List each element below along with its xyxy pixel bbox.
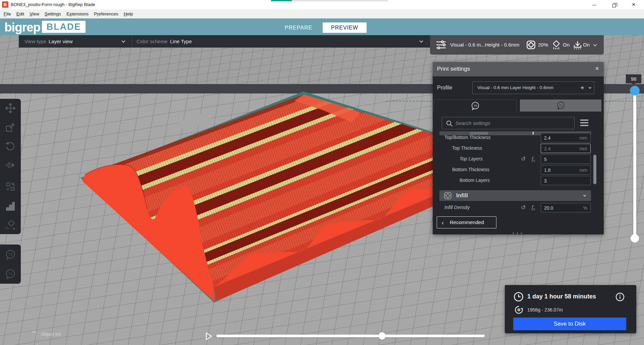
print-settings-panel: Print settings × Profile Visual - 0.6 mm… bbox=[433, 62, 604, 234]
search-input[interactable] bbox=[455, 118, 570, 129]
extruder-t0-label: T0 bbox=[8, 253, 13, 257]
path-slider-track[interactable] bbox=[216, 335, 485, 337]
path-slider-handle[interactable] bbox=[378, 332, 386, 340]
toolbar-divider bbox=[132, 35, 132, 48]
tool-sidebar bbox=[0, 99, 21, 234]
menu-view[interactable]: View bbox=[27, 9, 42, 18]
settings-scrollbar[interactable] bbox=[593, 155, 596, 184]
rotate-icon bbox=[5, 141, 15, 151]
setting-row-bottom-layers: Bottom Layers 3 bbox=[433, 175, 598, 186]
menu-edit[interactable]: Edit bbox=[14, 9, 27, 18]
info-icon[interactable] bbox=[615, 292, 625, 301]
infill-category-label: Infill bbox=[456, 192, 468, 199]
view-type-chevron-icon[interactable] bbox=[121, 39, 125, 43]
close-window-button[interactable]: × bbox=[626, 0, 641, 9]
print-settings-header[interactable]: Print settings × bbox=[433, 62, 604, 76]
progress-strip-gray bbox=[292, 0, 388, 1]
menu-settings[interactable]: Settings bbox=[42, 9, 64, 18]
layer-slider-lower-handle[interactable] bbox=[631, 234, 639, 243]
mirror-icon bbox=[5, 161, 15, 169]
tab-t0-label: T0 bbox=[473, 104, 477, 108]
infill-chevron-icon[interactable] bbox=[583, 194, 586, 197]
infill-percentage: 20% bbox=[538, 42, 548, 48]
extruder-t0-button[interactable]: T0 bbox=[3, 248, 18, 261]
print-settings-summary[interactable]: Visual - 0.6 m...Height - 0.6mm 20% On O… bbox=[430, 35, 604, 55]
mirror-tool-button[interactable] bbox=[3, 158, 18, 172]
color-scheme-value[interactable]: Line Type bbox=[170, 39, 192, 44]
profile-label: Profile bbox=[437, 85, 452, 91]
extruder-tab-t0[interactable]: T0 bbox=[434, 99, 517, 112]
custom-supports-button[interactable] bbox=[3, 200, 18, 213]
support-icon bbox=[551, 41, 561, 50]
blade-logo-badge: BLADE bbox=[42, 21, 86, 33]
material-spool-icon bbox=[515, 306, 523, 314]
tab-t1-label: T1 bbox=[559, 104, 562, 107]
scale-icon bbox=[6, 123, 15, 132]
recommended-mode-button[interactable]: ‹ Recommended bbox=[437, 216, 496, 228]
view-type-value[interactable]: Layer view bbox=[49, 39, 73, 44]
star-icon[interactable]: ★ bbox=[580, 84, 585, 91]
object-list-label[interactable]: Object list bbox=[41, 332, 61, 337]
per-model-settings-button[interactable] bbox=[3, 180, 18, 193]
top-layers-input[interactable]: 5 bbox=[541, 154, 591, 164]
profile-dropdown[interactable]: Visual - 0.6 mm Layer Height - 0.6mm ★ bbox=[472, 81, 594, 94]
per-model-settings-icon bbox=[6, 182, 15, 191]
menu-extensions[interactable]: Extensions bbox=[64, 9, 91, 18]
menu-help[interactable]: Help bbox=[121, 9, 136, 18]
profile-chevron-icon[interactable] bbox=[589, 86, 591, 89]
tab-prepare[interactable]: PREPARE bbox=[282, 22, 315, 33]
setting-row-top-bottom-thickness: Top/Bottom Thickness 2.4 mm bbox=[433, 132, 598, 143]
scale-tool-button[interactable] bbox=[3, 121, 18, 134]
move-tool-button[interactable] bbox=[3, 101, 18, 115]
panel-resize-handle[interactable]: • • • bbox=[513, 231, 523, 236]
menu-bar: File Edit View Settings Extensions Prefe… bbox=[0, 9, 644, 18]
reset-value-icon[interactable]: ↺ bbox=[521, 204, 526, 211]
color-scheme-label: Color scheme bbox=[137, 39, 168, 44]
setting-row-top-thickness: Top Thickness 2.4 mm bbox=[433, 143, 598, 154]
restore-button[interactable] bbox=[606, 0, 622, 9]
infill-category-header[interactable]: Infill bbox=[439, 190, 591, 201]
bigrep-logo: bigrep bbox=[4, 20, 40, 34]
play-icon[interactable] bbox=[205, 332, 213, 340]
formula-icon[interactable]: fx bbox=[532, 204, 535, 211]
material-estimate: 1958g · 236.07m bbox=[527, 307, 563, 313]
close-panel-icon[interactable]: × bbox=[593, 65, 601, 72]
top-thickness-input[interactable]: 2.4 mm bbox=[541, 144, 591, 153]
bottom-thickness-input[interactable]: 1.8 mm bbox=[541, 165, 591, 175]
back-chevron-icon: ‹ bbox=[442, 219, 444, 226]
support-state: On bbox=[563, 42, 570, 48]
extruder-tab-t1[interactable]: T1 bbox=[520, 99, 601, 112]
color-scheme-chevron-icon[interactable] bbox=[419, 39, 423, 43]
stage-header: bigrep BLADE PREPARE PREVIEW bbox=[0, 18, 644, 35]
formula-icon[interactable]: fx bbox=[532, 155, 535, 162]
progress-strip-teal bbox=[271, 0, 292, 1]
stairs-icon bbox=[5, 202, 15, 211]
infill-density-input[interactable]: 20.0 % bbox=[541, 203, 591, 212]
save-to-disk-button[interactable]: Save to Disk bbox=[513, 318, 626, 330]
minimize-button[interactable] bbox=[586, 0, 602, 9]
extruder-t1-button[interactable]: T1 bbox=[3, 267, 18, 281]
support-blocker-icon bbox=[5, 220, 16, 230]
window-title: BONE3_positiv-Form-rough - BigRep Blade bbox=[11, 2, 95, 7]
bottom-layers-input[interactable]: 3 bbox=[541, 176, 591, 185]
profile-value: Visual - 0.6 mm Layer Height - 0.6mm bbox=[477, 85, 553, 90]
tab-preview[interactable]: PREVIEW bbox=[323, 22, 367, 33]
settings-search[interactable] bbox=[442, 117, 575, 129]
move-icon bbox=[5, 103, 15, 113]
menu-file[interactable]: File bbox=[1, 9, 14, 18]
reset-value-icon[interactable]: ↺ bbox=[521, 155, 526, 162]
rotate-tool-button[interactable] bbox=[3, 140, 18, 153]
support-blocker-button[interactable] bbox=[3, 219, 18, 232]
layer-number-tooltip: 98 bbox=[626, 74, 641, 83]
view-options-bar: View type Layer view Color scheme Line T… bbox=[19, 35, 430, 48]
setting-row-bottom-thickness: Bottom Thickness 1.8 mm bbox=[433, 164, 598, 175]
adhesion-state: On bbox=[583, 42, 590, 48]
layer-slider-upper-handle[interactable] bbox=[630, 86, 640, 95]
summary-chevron-icon[interactable] bbox=[593, 43, 597, 46]
title-bar: B BONE3_positiv-Form-rough - BigRep Blad… bbox=[0, 0, 644, 9]
top-bottom-thickness-input[interactable]: 2.4 mm bbox=[541, 133, 591, 142]
settings-menu-icon[interactable] bbox=[580, 120, 588, 126]
menu-preferences[interactable]: Preferences bbox=[91, 9, 121, 18]
tune-sliders-icon bbox=[436, 41, 446, 49]
layer-slider-track[interactable] bbox=[633, 88, 636, 239]
